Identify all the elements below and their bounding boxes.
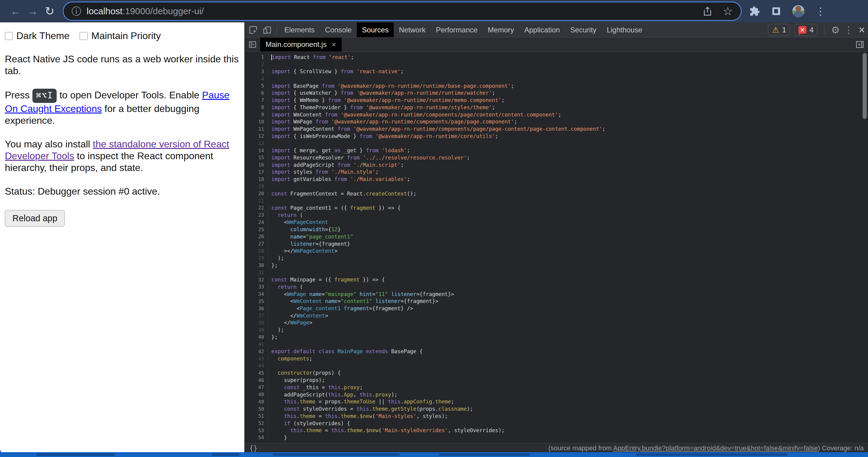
line-number[interactable]: 54	[245, 434, 268, 440]
code-editor[interactable]: 1import React from 'react';23import { Sc…	[245, 52, 868, 443]
side-panel-icon[interactable]	[771, 6, 781, 17]
devtools-close-icon[interactable]: ×	[859, 24, 865, 36]
device-toolbar-icon[interactable]	[260, 23, 274, 37]
pretty-print-icon[interactable]: {}	[249, 444, 258, 452]
line-number[interactable]: 4	[245, 76, 268, 82]
devtools-tab-memory[interactable]: Memory	[483, 23, 519, 37]
code-text[interactable]: export default class MainPage extends Ba…	[268, 348, 868, 354]
line-number[interactable]: 32	[245, 277, 268, 283]
address-bar[interactable]: ⓘ localhost:19000/debugger-ui/ ☆	[64, 2, 741, 20]
code-text[interactable]: const styleOverrides = this.theme.getSty…	[268, 406, 868, 412]
line-number[interactable]: 28	[245, 248, 268, 254]
code-text[interactable]: import WmPage from '@wavemaker/app-rn-ru…	[268, 119, 868, 125]
devtools-tab-elements[interactable]: Elements	[279, 23, 320, 37]
bookmark-star-icon[interactable]: ☆	[723, 4, 733, 18]
devtools-tab-performance[interactable]: Performance	[431, 23, 483, 37]
line-number[interactable]: 45	[245, 370, 268, 376]
code-text[interactable]: import ResourceResolver from '../../reso…	[268, 155, 868, 161]
line-number[interactable]: 22	[245, 205, 268, 210]
sourcemap-bundle-link[interactable]: AppEntry.bundle?platform=android&dev=tru…	[613, 444, 818, 452]
maintain-priority-checkbox[interactable]	[80, 32, 88, 40]
site-info-icon[interactable]: ⓘ	[71, 6, 81, 16]
code-text[interactable]: import addPageScript from './Main.script…	[268, 162, 868, 168]
line-number[interactable]: 47	[245, 384, 268, 390]
line-number[interactable]: 20	[245, 191, 268, 196]
code-text[interactable]: this.theme = this.theme.$new('Main-style…	[268, 413, 868, 419]
code-text[interactable]: import { isWebPreviewMode } from '@wavem…	[268, 133, 868, 139]
line-number[interactable]: 12	[245, 133, 268, 139]
code-text[interactable]: </WmContent>	[268, 313, 868, 319]
code-text[interactable]: ></WmPageContent>	[268, 248, 868, 254]
code-text[interactable]: <WmPageContent	[268, 219, 868, 225]
code-text[interactable]: this.theme = props.themeToUse || this.ap…	[268, 399, 868, 405]
settings-gear-icon[interactable]: ⚙	[831, 24, 840, 36]
line-number[interactable]: 15	[245, 155, 268, 160]
line-number[interactable]: 42	[245, 349, 268, 354]
code-text[interactable]: addPageScript(this.App, this.proxy);	[268, 392, 868, 398]
code-text[interactable]: const FragmentContext = React.createCont…	[268, 191, 868, 197]
line-number[interactable]: 52	[245, 420, 268, 426]
devtools-tab-sources[interactable]: Sources	[357, 23, 394, 37]
code-text[interactable]: };	[268, 262, 868, 268]
code-text[interactable]: import WmContent from '@wavemaker/app-rn…	[268, 112, 868, 118]
line-number[interactable]: 7	[245, 97, 268, 103]
line-number[interactable]: 35	[245, 298, 268, 304]
code-text[interactable]: <WmContent name="content1" listener={fra…	[268, 298, 868, 304]
line-number[interactable]: 27	[245, 241, 268, 247]
debugger-sidebar-toggle-icon[interactable]	[855, 37, 868, 52]
line-number[interactable]: 24	[245, 220, 268, 225]
devtools-tab-network[interactable]: Network	[394, 23, 431, 37]
line-number[interactable]: 17	[245, 169, 268, 175]
code-text[interactable]: super(props);	[268, 377, 868, 383]
code-text[interactable]: constructor(props) {	[268, 370, 868, 376]
line-number[interactable]: 30	[245, 262, 268, 268]
line-number[interactable]: 14	[245, 148, 268, 154]
code-text[interactable]: import { merge, get as _get } from 'loda…	[268, 148, 868, 154]
code-text[interactable]: <WmPage name="mainpage" hint="11" listen…	[268, 291, 868, 297]
devtools-tab-lighthouse[interactable]: Lighthouse	[601, 23, 647, 37]
line-number[interactable]: 1	[245, 54, 268, 60]
line-number[interactable]: 36	[245, 306, 268, 312]
line-number[interactable]: 44	[245, 363, 268, 369]
code-text[interactable]: import { useWatcher } from '@wavemaker/a…	[268, 90, 868, 96]
line-number[interactable]: 19	[245, 184, 268, 189]
code-text[interactable]: const Page_content1 = ({ fragment }) => …	[268, 205, 868, 211]
code-text[interactable]: import getVariables from './Main.variabl…	[268, 176, 868, 182]
dark-theme-checkbox[interactable]	[5, 32, 13, 40]
file-tab-close-icon[interactable]: ×	[331, 40, 336, 49]
line-number[interactable]: 25	[245, 227, 268, 232]
line-number[interactable]: 29	[245, 255, 268, 261]
code-text[interactable]: </WmPage>	[268, 320, 868, 326]
line-number[interactable]: 53	[245, 428, 268, 433]
line-number[interactable]: 38	[245, 320, 268, 326]
code-text[interactable]: };	[268, 334, 868, 340]
code-text[interactable]: columnwidth={12}	[268, 226, 868, 232]
inspect-element-icon[interactable]	[246, 23, 260, 37]
line-number[interactable]: 48	[245, 392, 268, 397]
line-number[interactable]: 23	[245, 212, 268, 218]
editor-scrollbar[interactable]	[863, 53, 867, 119]
code-text[interactable]: );	[268, 255, 868, 261]
line-number[interactable]: 41	[245, 341, 268, 347]
line-number[interactable]: 9	[245, 112, 268, 118]
line-number[interactable]: 2	[245, 61, 268, 67]
warnings-badge[interactable]: ⚠ 1	[768, 24, 790, 36]
line-number[interactable]: 51	[245, 413, 268, 419]
profile-avatar[interactable]	[792, 5, 804, 17]
line-number[interactable]: 39	[245, 327, 268, 333]
maintain-priority-label[interactable]: Maintain Priority	[91, 30, 160, 41]
line-number[interactable]: 21	[245, 198, 268, 204]
code-text[interactable]: import styles from './Main.style';	[268, 169, 868, 175]
line-number[interactable]: 26	[245, 234, 268, 239]
line-number[interactable]: 33	[245, 284, 268, 290]
devtools-menu-icon[interactable]: ⋮	[844, 25, 853, 35]
line-number[interactable]: 37	[245, 313, 268, 318]
reload-icon[interactable]: ↻	[41, 3, 58, 20]
extensions-puzzle-icon[interactable]	[749, 6, 760, 17]
line-number[interactable]: 13	[245, 140, 268, 146]
code-text[interactable]: import { WmMemo } from '@wavemaker/app-r…	[268, 97, 868, 103]
code-text[interactable]: );	[268, 327, 868, 333]
file-tab-main-component[interactable]: Main.component.js ×	[260, 37, 342, 52]
code-text[interactable]: }	[268, 434, 868, 440]
line-number[interactable]: 34	[245, 291, 268, 297]
